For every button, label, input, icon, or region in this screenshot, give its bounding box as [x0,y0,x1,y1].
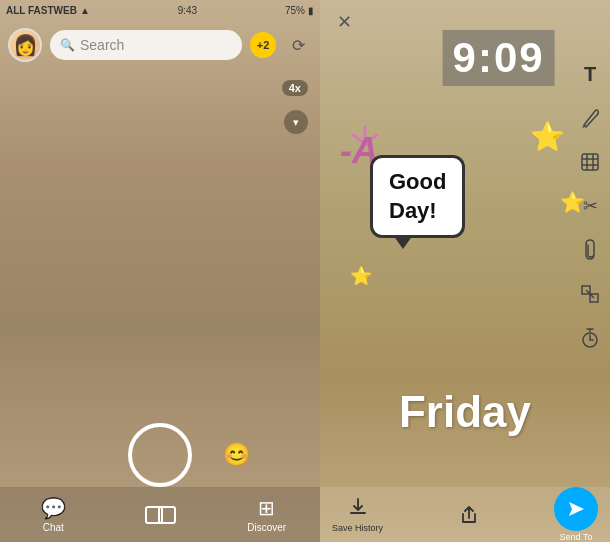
avatar[interactable]: 👩 [8,28,42,62]
battery-percent: 75% [285,5,305,16]
bottom-nav: 💬 Chat ⊞ Discover [0,487,320,542]
top-bar: 👩 🔍 Search +2 ⟳ [0,20,320,70]
time-sticker[interactable]: 9:09 [443,30,555,86]
status-time: 9:43 [178,5,197,16]
text-tool-button[interactable]: T [576,60,604,88]
scissors-tool-button[interactable]: ✂ [576,192,604,220]
zoom-indicator: 4x [282,80,308,96]
close-button[interactable]: ✕ [330,8,358,36]
transform-tool-button[interactable] [576,280,604,308]
download-icon [348,496,368,521]
discover-icon: ⊞ [258,496,275,520]
speech-bubble-sticker[interactable]: Good Day! [370,155,465,238]
discover-label: Discover [247,522,286,533]
send-to-wrap: Send To [554,487,598,542]
bottom-controls: 😊 [0,423,320,487]
right-bottom-bar: Save History Send To [320,487,610,542]
stories-icon [145,506,176,524]
wifi-icon: ▲ [80,5,90,16]
search-icon: 🔍 [60,38,75,52]
nav-discover[interactable]: ⊞ Discover [213,496,320,533]
nav-chat[interactable]: 💬 Chat [0,496,107,533]
nav-stories[interactable] [107,506,214,524]
right-top-bar: ✕ [320,8,610,36]
right-edit-panel: ✕ 9:09 ⭐ ⭐ ⭐ -A Good Day! Friday T [320,0,610,542]
edit-toolbar: T ✂ [576,60,604,352]
chevron-down-button[interactable]: ▾ [284,110,308,134]
crop-tool-button[interactable] [576,148,604,176]
share-button[interactable] [458,504,480,526]
status-left: ALL FASTWEB ▲ [6,5,90,16]
svg-marker-17 [569,502,584,516]
star-sticker-1: ⭐ [530,120,565,153]
save-history-label: Save History [332,523,383,533]
svg-rect-3 [582,154,598,170]
status-bar: ALL FASTWEB ▲ 9:43 75% ▮ [0,0,320,20]
notification-badge[interactable]: +2 [250,32,276,58]
left-camera-panel: ALL FASTWEB ▲ 9:43 75% ▮ 👩 🔍 Search +2 ⟳… [0,0,320,542]
timer-tool-button[interactable] [576,324,604,352]
friday-sticker[interactable]: Friday [340,387,590,437]
send-to-label: Send To [560,532,593,542]
star-sticker-3: ⭐ [350,265,372,287]
carrier-name: ALL FASTWEB [6,5,77,16]
paperclip-tool-button[interactable] [576,236,604,264]
speech-line2: Day! [389,198,437,223]
chat-label: Chat [43,522,64,533]
save-history-button[interactable]: Save History [332,496,383,533]
chat-icon: 💬 [41,496,66,520]
search-placeholder: Search [80,37,124,53]
status-right: 75% ▮ [285,5,314,16]
battery-icon: ▮ [308,5,314,16]
search-bar[interactable]: 🔍 Search [50,30,242,60]
shutter-button[interactable] [128,423,192,487]
emoji-button[interactable]: 😊 [220,439,252,471]
send-to-button[interactable] [554,487,598,531]
speech-line1: Good [389,169,446,194]
flip-camera-button[interactable]: ⟳ [284,31,312,59]
pen-tool-button[interactable] [576,104,604,132]
